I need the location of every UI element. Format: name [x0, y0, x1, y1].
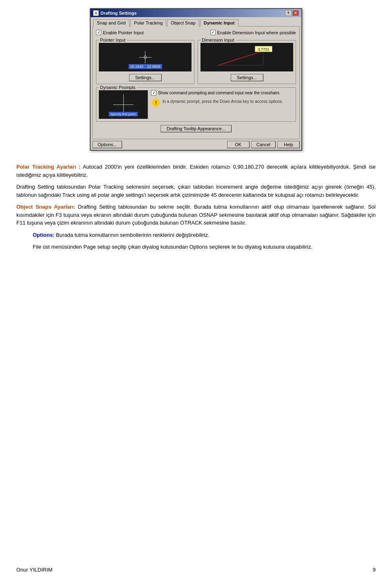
- dialog-container: A Drafting Settings ? ✕ Snap and Grid Po…: [16, 8, 376, 151]
- page-footer: Onur YILDIRIM 9: [16, 567, 376, 573]
- ok-button[interactable]: OK: [227, 141, 249, 148]
- enable-dimension-input-checkbox[interactable]: ✓: [210, 30, 216, 35]
- coord-separator: [145, 65, 145, 69]
- tooltip-btn-row: Drafting Tooltip Appearance...: [96, 125, 296, 132]
- dialog-tabs: Snap and Grid Polar Tracking Object Snap…: [91, 17, 301, 26]
- dimension-input-panel: Dimension Input 3.7721: [198, 40, 296, 84]
- enable-pointer-input-checkbox[interactable]: ✓: [96, 30, 101, 35]
- object-snaps-section: Object Snaps Ayarları: Drafting Setting …: [16, 203, 376, 227]
- enable-dimension-input-row: ✓ Enable Dimension Input where possible: [210, 30, 296, 35]
- enable-dimension-input-label: Enable Dimension Input where possible: [217, 30, 296, 35]
- pointer-settings-button[interactable]: Settings...: [129, 74, 162, 81]
- input-panels: Pointer Input 15.1643 22.0669: [96, 40, 296, 84]
- cancel-button[interactable]: Cancel: [251, 141, 276, 148]
- dialog-titlebar: A Drafting Settings ? ✕: [91, 9, 301, 17]
- footer-page: 9: [373, 567, 376, 573]
- dynamic-right: ✓ Show command prompting and command inp…: [151, 90, 293, 108]
- drafting-settings-dialog: A Drafting Settings ? ✕ Snap and Grid Po…: [90, 8, 302, 151]
- tab-polar-tracking[interactable]: Polar Tracking: [130, 19, 166, 27]
- info-box: ! In a dynamic prompt, press the Down Ar…: [151, 98, 293, 108]
- footer-right-buttons: OK Cancel Help: [227, 141, 300, 148]
- para4: Burada tutma komutlarının sembollerinin …: [56, 232, 209, 238]
- coord-y: 22.0669: [147, 65, 160, 69]
- dynamic-prompts-inner: Specify first point: ✓ Show command prom…: [99, 90, 293, 119]
- dynamic-prompts-label: Dynamic Prompts: [99, 85, 137, 90]
- show-command-row: ✓ Show command prompting and command inp…: [151, 90, 293, 96]
- dialog-title: Drafting Settings: [100, 11, 137, 16]
- titlebar-buttons: ? ✕: [285, 10, 299, 16]
- cursor-circle: [144, 56, 147, 59]
- help-button[interactable]: Help: [277, 141, 300, 148]
- pointer-input-panel: Pointer Input 15.1643 22.0669: [96, 40, 194, 84]
- dimension-preview-svg: 3.7721: [200, 43, 293, 71]
- polar-tracking-section: Polar Tracking Ayarları : Autocad 2000'i…: [16, 163, 376, 179]
- specify-label: Specify first point:: [109, 112, 138, 116]
- show-command-checkbox[interactable]: ✓: [151, 90, 156, 96]
- dynamic-prompts-section: Dynamic Prompts Specify first point: ✓ S…: [96, 87, 296, 122]
- help-titlebar-btn[interactable]: ?: [285, 10, 292, 16]
- tab-object-snap[interactable]: Object Snap: [167, 19, 199, 27]
- app-icon: A: [93, 10, 99, 16]
- main-content: Polar Tracking Ayarları : Autocad 2000'i…: [16, 163, 376, 251]
- para2: Drafting Setting tablosundan Polar Track…: [16, 184, 376, 198]
- enable-pointer-input-label: Enable Pointer Input: [103, 30, 144, 35]
- info-icon: !: [152, 99, 160, 107]
- options-heading: Options:: [33, 232, 54, 238]
- para5-block: File üst menüsünden Page setup seçilip ç…: [33, 243, 376, 251]
- para2-block: Drafting Setting tablosundan Polar Track…: [16, 183, 376, 199]
- pointer-input-preview: 15.1643 22.0669: [99, 43, 192, 71]
- enable-pointer-input-row: ✓ Enable Pointer Input: [96, 30, 144, 35]
- dim-value-text: 3.7721: [258, 47, 270, 51]
- dimension-input-label: Dimension Input: [200, 38, 236, 42]
- close-titlebar-btn[interactable]: ✕: [292, 10, 299, 16]
- titlebar-left: A Drafting Settings: [93, 10, 137, 16]
- tab-snap-and-grid[interactable]: Snap and Grid: [93, 19, 129, 27]
- dimension-settings-button[interactable]: Settings...: [231, 74, 263, 81]
- coord-x: 15.1643: [130, 65, 143, 69]
- pointer-input-label: Pointer Input: [99, 38, 127, 42]
- dialog-footer: Options... OK Cancel Help: [91, 141, 301, 150]
- footer-author: Onur YILDIRIM: [16, 567, 53, 573]
- coord-display: 15.1643 22.0669: [128, 64, 162, 69]
- dynamic-preview: Specify first point:: [99, 90, 148, 119]
- dimension-input-preview: 3.7721: [200, 43, 293, 71]
- object-snaps-heading: Object Snaps Ayarları:: [16, 204, 75, 210]
- tooltip-appearance-button[interactable]: Drafting Tooltip Appearance...: [160, 125, 232, 132]
- polar-tracking-heading: Polar Tracking Ayarları :: [16, 164, 80, 170]
- show-command-label: Show command prompting and command input…: [158, 90, 279, 96]
- options-button[interactable]: Options...: [92, 141, 122, 148]
- tab-dynamic-input[interactable]: Dynamic Input: [200, 19, 238, 27]
- info-text: In a dynamic prompt, press the Down Arro…: [163, 99, 283, 104]
- options-section: Options: Burada tutma komutlarının sembo…: [33, 231, 376, 239]
- para5: File üst menüsünden Page setup seçilip ç…: [33, 244, 312, 250]
- dialog-body: ✓ Enable Pointer Input ✓ Enable Dimensio…: [92, 26, 300, 139]
- svg-line-0: [218, 51, 263, 65]
